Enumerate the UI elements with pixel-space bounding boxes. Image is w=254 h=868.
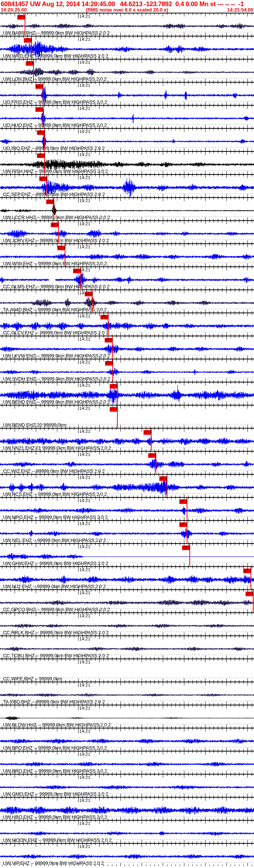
trace-panel[interactable]: 14:21UW.VIP.EHZ -- 99999.0km BW HIGHPASS… xyxy=(0,843,254,866)
pick-flag[interactable]: xT 4 xyxy=(35,107,43,112)
trace-panel[interactable]: 14:21xT 4UO.IRO.EHZ -- 99999.0km BW HIGH… xyxy=(0,128,254,151)
trace-panel[interactable]: 14:21xT 4CC.GPCO.BHZ -- 99999.0km BW HIG… xyxy=(0,589,254,612)
minute-time-label: 14:21 xyxy=(79,429,90,434)
minute-time-label: 14:21 xyxy=(79,83,90,88)
minute-time-label: 14:21 xyxy=(79,14,90,18)
trace-panel[interactable]: 14:21xT 4UW.MPO.EHZ -- 99999.0km BW HIGH… xyxy=(0,497,254,520)
pick-flag[interactable]: xT 4 xyxy=(39,176,47,181)
minute-time-label: 14:21 xyxy=(79,175,90,180)
minute-time-label: 14:21 xyxy=(79,406,90,411)
trace-panel[interactable]: 14:21xT 4UW.WIW.EHZ -- 99999.0km BW HIGH… xyxy=(0,243,254,266)
trace-panel[interactable]: 14:21xT 4TA.A04D.BHZ -- 99999.0km BW HIG… xyxy=(0,289,254,313)
trace-panel[interactable]: 14:21xT 4UW.GHW.EHZ -- 99999.0km BW HIGH… xyxy=(0,543,254,566)
pick-flag[interactable]: xT 4 xyxy=(144,430,152,435)
pick-flag[interactable]: xT 4 xyxy=(85,292,93,296)
minute-time-label: 14:21 xyxy=(79,60,90,65)
trace-panel[interactable]: 14:21UW.BRO.EHZ -- 99999.0km BW HIGHPASS… xyxy=(0,751,254,774)
station-channel-label: CC.GLCV.EHZ -- 99999.0km BW HIGHPASS 2.0… xyxy=(3,330,109,336)
pick-flag[interactable]: xT 4 xyxy=(105,361,113,366)
trace-panel[interactable]: 14:21xT 4UW.LON.BHZ -- 99999.0km BW HIGH… xyxy=(0,59,254,82)
minute-time-label: 14:21 xyxy=(79,614,90,618)
trace-panel[interactable]: 14:21xT 4UW.NEL.EHZ -- 99999.0km BW HIGH… xyxy=(0,520,254,543)
trace-panel[interactable]: 14:21TA.I05D.BHZ -- 99999.0km BW HIGHPAS… xyxy=(0,682,254,705)
trace-panel[interactable]: 14:21xT 4UW.WRD.EHZ -- 99999.0km BW HIGH… xyxy=(0,36,254,59)
pick-flag[interactable]: xT 4 xyxy=(73,269,81,273)
trace-panel[interactable]: 14:21CC.WIFE.BHZ -- 99999.0km xyxy=(0,658,254,682)
trace-panel[interactable]: 14:21CC.TCBU.BHZ -- 99999.0km BW HIGHPAS… xyxy=(0,635,254,658)
pick-flag[interactable]: xT 4 xyxy=(57,246,65,250)
event-summary-line: 60841457 UW Aug 12, 2014 14:20:45.00 44.… xyxy=(0,0,254,8)
trace-panel[interactable]: 14:21xT 4CC.GLCV.EHZ -- 99999.0km BW HIG… xyxy=(0,313,254,336)
minute-time-label: 14:21 xyxy=(79,752,90,757)
pick-flag[interactable]: xT 4 xyxy=(246,592,254,596)
pick-flag[interactable]: xT 4 xyxy=(24,38,32,43)
trace-panel[interactable]: 14:21xT 4UO.FRIS.EHZ -- 99999.0km BW HIG… xyxy=(0,82,254,105)
station-channel-label: CC.WIZ.EHZ -- 99999.0km BW HIGHPASS 2.0 … xyxy=(3,469,105,474)
minute-time-label: 14:21 xyxy=(79,383,90,387)
minute-time-label: 14:21 xyxy=(79,844,90,849)
pick-flag[interactable]: xT 4 xyxy=(179,522,187,527)
pick-flag[interactable]: xT 4 xyxy=(148,453,156,458)
pick-flag[interactable]: xT 4 xyxy=(46,200,54,204)
pick-flag[interactable]: xT 4 xyxy=(37,153,45,158)
trace-panel[interactable]: 14:21xT 4UW.NN21.EHZ 01 99999.0km BW HIG… xyxy=(0,428,254,451)
station-channel-label: UW.MPO.EHZ -- 99999.0km BW HIGHPASS 2.0 … xyxy=(3,515,108,520)
station-channel-label: UW.WRD.EHZ -- 99999.0km BW HIGHPASS 2.0 … xyxy=(3,53,108,59)
trace-panel[interactable]: 14:21CC.RRLK.BHZ -- 99999.0km BW HIGHPAS… xyxy=(0,612,254,635)
minute-time-label: 14:21 xyxy=(79,452,90,457)
minute-time-label: 14:21 xyxy=(79,129,90,134)
trace-panel[interactable]: 14:21xT 4CC.GLMS.EHZ -- 99999.0km BW HIG… xyxy=(0,266,254,289)
trace-panel[interactable]: 14:21xT 4UW.BABR.BHZ -- 99999.0km BW HIG… xyxy=(0,13,254,36)
minute-time-label: 14:21 xyxy=(79,590,90,595)
pick-flag[interactable]: xT 4 xyxy=(17,15,25,20)
pick-flag[interactable]: xT 4 xyxy=(35,84,43,89)
trace-panel[interactable]: 14:21xT 4UW.LKVW.EHZ -- 99999.0km BW HIG… xyxy=(0,336,254,359)
station-channel-label: UW.NEL.EHZ -- 99999.0km BW HIGHPASS 2.0 … xyxy=(3,538,106,543)
minute-time-label: 14:21 xyxy=(79,798,90,803)
pick-flag[interactable]: xT 4 xyxy=(51,223,59,227)
pick-flag[interactable]: xT 4 xyxy=(37,130,45,135)
pick-flag[interactable]: xT 4 xyxy=(243,569,251,573)
trace-panel[interactable]: 14:21UW.GMO.EHZ -- 99999.0km BW HIGHPASS… xyxy=(0,774,254,797)
station-channel-label: CC.TCBU.BHZ -- 99999.0km BW HIGHPASS 2.0… xyxy=(3,653,109,658)
pick-flag[interactable]: xT 4 xyxy=(110,407,118,412)
station-channel-label: UW.RCS.EHZ -- 99999.0km BW HIGHPASS 2.0 … xyxy=(3,492,107,497)
pick-flag[interactable]: xT 4 xyxy=(110,384,118,389)
pick-flag[interactable]: xT 4 xyxy=(159,476,167,481)
trace-panel[interactable]: 14:21xT 4UO.HUO.EHZ -- 99999.0km BW HIGH… xyxy=(0,105,254,128)
minute-time-label: 14:21 xyxy=(79,660,90,664)
trace-panel[interactable]: 14:21xT 4UW.FISH.HHZ -- 99999.0km BW HIG… xyxy=(0,151,254,174)
trace-panel[interactable]: 14:21xT 4UW.BEND.EHZ -- 99999.0km BW HIG… xyxy=(0,382,254,405)
pick-flag[interactable]: xT 4 xyxy=(182,545,190,550)
trace-panel[interactable]: 14:21xT 4CC.SEP.EHZ -- 99999.0km BW HIGH… xyxy=(0,174,254,197)
trace-panel[interactable]: 14:21xT 4UW.MJ2.EHZ -- 99999.0km BW HIGH… xyxy=(0,566,254,589)
trace-panel[interactable]: 14:21xT 4CC.WIZ.EHZ -- 99999.0km BW HIGH… xyxy=(0,451,254,474)
minute-time-label: 14:21 xyxy=(79,337,90,341)
station-channel-label: UW.BABR.BHZ -- 99999.0km BW HIGHPASS 2.0… xyxy=(3,30,110,36)
pick-flag[interactable]: xT 4 xyxy=(26,61,34,66)
station-channel-label: UW.GMO.EHZ -- 99999.0km BW HIGHPASS 2.0 … xyxy=(3,792,108,797)
minute-time-label: 14:21 xyxy=(79,198,90,203)
window-start-time: 14:20:25.00 xyxy=(1,8,27,13)
minute-time-label: 14:21 xyxy=(79,521,90,526)
station-channel-label: UW.LCCR.HHZ -- 99999.0km BW HIGHPASS 2.0… xyxy=(3,215,110,220)
station-channel-label: UW.BLOW.HHZ -- 99999.0km BW HIGHPASS 2.0… xyxy=(3,722,111,728)
minute-time-label: 14:21 xyxy=(79,152,90,157)
trace-panel[interactable]: 14:21UW.HBO.EHZ -- 99999.0km BW HIGHPASS… xyxy=(0,797,254,820)
pick-flag[interactable]: xT 4 xyxy=(100,315,109,319)
trace-panel[interactable]: 14:21UW.BLOW.HHZ -- 99999.0km BW HIGHPAS… xyxy=(0,705,254,728)
station-channel-label: UW.HBO.EHZ -- 99999.0km BW HIGHPASS 2.0 … xyxy=(3,815,107,820)
trace-panel[interactable]: 14:21xT 4UW.LCCR.HHZ -- 99999.0km BW HIG… xyxy=(0,197,254,220)
minute-time-label: 14:21 xyxy=(79,637,90,641)
trace-panel[interactable]: 14:21xT 4UW.BEND.EHZ 20 99999.0km xyxy=(0,405,254,428)
station-channel-label: UW.BRO.EHZ -- 99999.0km BW HIGHPASS 2.0 … xyxy=(3,768,107,774)
pick-flag[interactable]: xT 4 xyxy=(105,338,113,343)
trace-panel[interactable]: 14:21xT 4UW.SVOH.EHZ -- 99999.0km BW HIG… xyxy=(0,359,254,382)
trace-panel[interactable]: 14:21xT 4UW.RCS.EHZ -- 99999.0km BW HIGH… xyxy=(0,474,254,497)
station-channel-label: UW.MOON.EHZ -- 99999.0km BW HIGHPASS 2.0… xyxy=(3,838,112,843)
trace-panel[interactable]: 14:21xT 4UW.JORV.EHZ -- 99999.0km BW HIG… xyxy=(0,220,254,243)
pick-flag[interactable]: xT 4 xyxy=(179,499,187,504)
seismogram-viewer: 60841457 UW Aug 12, 2014 14:20:45.00 44.… xyxy=(0,0,254,868)
trace-panel[interactable]: 14:21UW.MOON.EHZ -- 99999.0km BW HIGHPAS… xyxy=(0,820,254,843)
trace-panel[interactable]: 14:21UW.BPO.EHZ -- 99999.0km BW HIGHPASS… xyxy=(0,728,254,751)
